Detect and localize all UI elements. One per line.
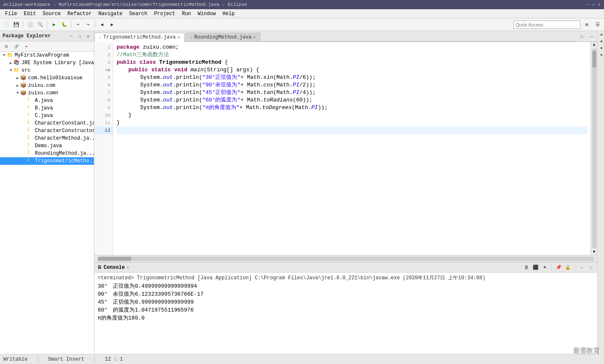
quick-access-input[interactable]	[513, 21, 581, 29]
title-text: eclipse-workspace - MyFirstJavaProgram/s…	[3, 2, 247, 7]
tab-empty-space	[261, 41, 577, 42]
code-line-12	[117, 127, 587, 134]
tab-rounding[interactable]: ☕ RoundingMethod.java ✕	[185, 33, 260, 42]
console-stop-btn[interactable]: ⬛	[532, 264, 539, 271]
maximize-button[interactable]: ☐	[592, 2, 595, 7]
pe-collapse-btn[interactable]: ⊟	[2, 42, 11, 51]
zuixu-comn-label: zuixu.comn	[28, 90, 58, 96]
tree-item-trig[interactable]: J TrigonometricMetho...	[0, 157, 94, 165]
console-clear-btn[interactable]: 🗑	[523, 264, 530, 271]
jre-icon: 📚	[13, 60, 20, 66]
a-label: A.java	[35, 98, 53, 104]
quick-access-area: ⊞ ☰	[513, 20, 602, 29]
tab-icon-rounding: ☕	[190, 35, 193, 40]
code-content[interactable]: package zuixu.comn; //Math三角函数方法 public …	[113, 42, 591, 255]
console-scroll-lock-btn[interactable]: 🔒	[564, 264, 572, 271]
menu-window[interactable]: Window	[194, 10, 219, 18]
tree-item-b[interactable]: J B.java	[0, 104, 94, 112]
pe-link-btn[interactable]: 🔗	[12, 42, 21, 51]
menu-help[interactable]: Help	[219, 10, 238, 18]
menu-navigate[interactable]: Navigate	[95, 10, 126, 18]
code-line-3: public class TrigonometricMethod {	[117, 59, 587, 66]
tab-close-rounding[interactable]: ✕	[253, 35, 256, 40]
menu-refactor[interactable]: Refactor	[64, 10, 95, 18]
tree-item-charconstant[interactable]: J CharacterConstant.ja...	[0, 120, 94, 127]
console-maximize-btn[interactable]: ☐	[587, 264, 595, 271]
tree-item-project[interactable]: ▼ 📁 MyFirstJavaProgram	[0, 52, 94, 59]
tab-maximize-btn[interactable]: ☐	[577, 32, 586, 41]
console-minimize-btn[interactable]: —	[578, 264, 586, 271]
toolbar-perspective-btn[interactable]: ⊞	[582, 20, 591, 29]
menu-search[interactable]: Search	[126, 10, 151, 18]
hscroll-thumb[interactable]	[98, 257, 131, 261]
linenum-10: 10	[94, 112, 113, 119]
pe-menu-btn[interactable]: ▾	[22, 42, 31, 51]
toolbar-new-btn[interactable]: 📄	[2, 20, 11, 29]
toolbar-btn2[interactable]: 💾	[12, 20, 21, 29]
toolbar-btn8[interactable]: ▶	[107, 20, 117, 29]
toolbar-btn5[interactable]: ↩	[73, 20, 83, 29]
linenum-6: 6	[94, 81, 113, 89]
tree-item-demo[interactable]: J Demo.java	[0, 142, 94, 150]
menu-run[interactable]: Run	[179, 10, 195, 18]
charconstant-label: CharacterConstant.ja...	[35, 120, 94, 126]
pe-minimize-btn[interactable]: —	[68, 33, 75, 39]
rsb-btn1[interactable]: ◀	[598, 31, 604, 38]
status-sep2	[94, 356, 95, 363]
pe-maximize-btn[interactable]: ☐	[76, 33, 83, 39]
vscroll-down-btn[interactable]: ▼	[591, 249, 597, 255]
tree-item-charmethod[interactable]: J CharacterMethod.ja...	[0, 135, 94, 142]
tree-item-com-hello[interactable]: ▶ 📦 com.hello01kuaixue	[0, 74, 94, 82]
toolbar-layout-btn[interactable]: ☰	[593, 20, 602, 29]
menu-file[interactable]: File	[2, 10, 21, 18]
arrow-jre: ▶	[8, 61, 13, 65]
console-out-5: π的角度值为180.0	[98, 314, 594, 322]
toolbar-run-btn[interactable]: ▶	[49, 20, 59, 29]
console-tab-x[interactable]: ✕	[126, 265, 129, 270]
tab-icon-trig: ☕	[99, 35, 102, 40]
linenum-2: 2	[94, 51, 113, 59]
linenum-4: 4◆	[94, 66, 113, 74]
tree-item-zuixu-com[interactable]: ▶ 📦 zuixu.com	[0, 82, 94, 89]
tree-item-zuixu-comn[interactable]: ▼ 📦 zuixu.comn	[0, 89, 94, 97]
tab-close-trig[interactable]: ✕	[177, 35, 180, 40]
b-label: B.java	[35, 105, 53, 111]
code-line-9: System.out.println("π的角度值为"+ Math.toDegr…	[117, 104, 587, 112]
console-terminate-btn[interactable]: ✖	[541, 264, 549, 271]
menu-edit[interactable]: Edit	[21, 10, 39, 18]
console-output: <terminated> TrigonometricMethod [Java A…	[94, 273, 597, 354]
tree-item-jre[interactable]: ▶ 📚 JRE System Library [JavaSE-...]	[0, 59, 94, 67]
toolbar-btn3[interactable]: ⬜	[26, 20, 35, 29]
vscroll-thumb[interactable]	[592, 51, 596, 68]
toolbar-btn6[interactable]: ↪	[83, 20, 93, 29]
tree-item-c[interactable]: J C.java	[0, 112, 94, 120]
toolbar: 📄 💾 ⬜ 🔍 ▶ 🐛 ↩ ↪ ◀ ▶ ⊞ ☰	[0, 18, 604, 31]
console-out-3: 45° 正切值为0.9999999999999999	[98, 298, 594, 306]
tree-item-rounding[interactable]: J RoundingMethod.ja...	[0, 150, 94, 157]
rsb-btn2[interactable]: ◀	[598, 38, 604, 44]
java-icon-demo: J	[27, 143, 34, 149]
pe-close-btn[interactable]: ✕	[85, 33, 91, 39]
console-sep2	[575, 264, 575, 271]
menu-project[interactable]: Project	[151, 10, 178, 18]
tab-trigonometric[interactable]: ☕ TrigonometricMethod.java ✕	[94, 33, 185, 42]
tree-item-src[interactable]: ▼ 📁 src	[0, 67, 94, 74]
editor-tabs: ☕ TrigonometricMethod.java ✕ ☕ RoundingM…	[94, 31, 597, 42]
toolbar-debug-btn[interactable]: 🐛	[60, 20, 69, 29]
java-icon-charconstant: J	[27, 120, 34, 127]
toolbar-btn7[interactable]: ◀	[97, 20, 107, 29]
editor-hscroll	[94, 255, 597, 262]
rsb-btn4[interactable]: ◀	[598, 51, 604, 58]
tree-item-a[interactable]: J A.java	[0, 97, 94, 104]
tree-item-charconstructor[interactable]: J CharacterConstructor.java	[0, 127, 94, 135]
toolbar-btn4[interactable]: 🔍	[36, 20, 45, 29]
menu-source[interactable]: Source	[39, 10, 64, 18]
charconstructor-label: CharacterConstructor.java	[35, 128, 94, 134]
minimize-button[interactable]: —	[586, 2, 589, 7]
rsb-btn3[interactable]: ◀	[598, 44, 604, 51]
vscroll-up-btn[interactable]: ▲	[591, 42, 597, 48]
code-line-4: public static void main(String[] args) {	[117, 66, 587, 74]
close-button[interactable]: ✕	[598, 2, 601, 7]
console-pin-btn[interactable]: 📌	[555, 264, 562, 271]
tab-minimize-btn[interactable]: —	[587, 32, 596, 41]
